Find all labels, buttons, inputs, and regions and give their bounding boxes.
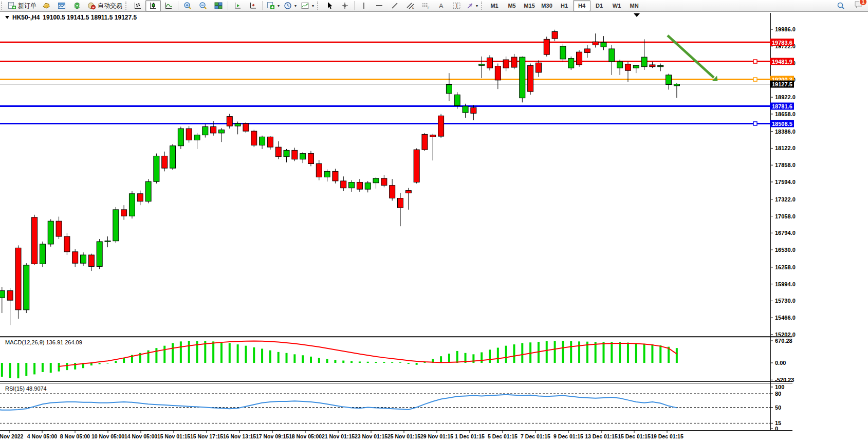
candle xyxy=(357,179,362,192)
tab-timeframe-d1[interactable]: D1 xyxy=(590,0,608,11)
candle xyxy=(178,126,183,149)
cursor-button[interactable] xyxy=(322,0,337,11)
toolbar-grip xyxy=(481,2,485,10)
time-axis-label: 19 Dec 01:15 xyxy=(651,433,684,439)
candle xyxy=(438,114,444,138)
candle xyxy=(650,62,655,68)
svg-text:19783.6: 19783.6 xyxy=(772,40,792,46)
rsi-scale-label: 80 xyxy=(775,391,781,397)
equidistant-channel-icon: E xyxy=(406,2,415,10)
tile-windows-button[interactable] xyxy=(211,0,226,11)
line-selection-handle[interactable] xyxy=(753,122,757,125)
notification-badge[interactable]: 1 xyxy=(859,0,867,6)
candle xyxy=(479,57,485,78)
candle xyxy=(32,215,38,265)
zoom-in-button[interactable] xyxy=(180,0,195,11)
styles-button[interactable] xyxy=(39,0,54,11)
candle xyxy=(72,249,78,267)
chart-shift-marker[interactable] xyxy=(634,13,640,17)
candle xyxy=(121,205,127,220)
zoom-out-button[interactable] xyxy=(195,0,211,11)
crosshair-button[interactable] xyxy=(337,0,353,11)
trendline-icon xyxy=(391,2,399,10)
trendline-button[interactable] xyxy=(387,0,402,11)
price-tick-label: 18386.0 xyxy=(775,128,796,135)
price-label-box: 19783.6 xyxy=(770,39,794,46)
time-axis-label: 23 Nov 01:15 xyxy=(355,433,387,439)
chart-canvas[interactable]: 19986.019722.019458.019194.018922.018658… xyxy=(0,12,868,442)
autotrading-label: 自动交易 xyxy=(98,2,122,10)
chat-button[interactable]: 1 xyxy=(854,0,864,11)
candle xyxy=(503,57,509,71)
candle xyxy=(390,179,395,200)
new-order-button[interactable]: 新订单 xyxy=(6,0,39,11)
candle xyxy=(487,55,493,70)
rsi-scale-label: 100 xyxy=(775,384,784,390)
candle xyxy=(584,45,590,58)
svg-text:18508.5: 18508.5 xyxy=(772,121,792,127)
auto-scroll-button[interactable] xyxy=(230,0,245,11)
svg-text:E: E xyxy=(412,6,414,9)
signal-icon xyxy=(72,2,82,10)
autotrading-button[interactable]: 自动交易 xyxy=(85,0,124,11)
price-tick-label: 17594.0 xyxy=(775,179,796,185)
arrows-button[interactable]: ▾ xyxy=(464,0,480,11)
tab-timeframe-h4[interactable]: H4 xyxy=(573,0,590,11)
market-watch-button[interactable] xyxy=(69,0,85,11)
horizontal-line-button[interactable] xyxy=(372,0,387,11)
candlestick-chart-button[interactable] xyxy=(145,0,161,11)
line-chart-button[interactable] xyxy=(161,0,176,11)
candle xyxy=(316,160,322,180)
price-tick-label: 15730.0 xyxy=(775,298,796,304)
chart-shift-button[interactable] xyxy=(245,0,261,11)
search-button[interactable] xyxy=(833,0,848,11)
autotrading-icon xyxy=(87,2,96,10)
text-label-button[interactable]: T xyxy=(449,0,464,11)
tab-timeframe-m30[interactable]: M30 xyxy=(538,0,556,11)
candle xyxy=(227,114,232,129)
time-axis-label: 5 Dec 01:15 xyxy=(488,433,518,439)
price-label-box: 19481.9 xyxy=(770,58,794,65)
tab-timeframe-m15[interactable]: M15 xyxy=(521,0,538,11)
period-button[interactable]: ▾ xyxy=(282,0,299,11)
tab-timeframe-mn[interactable]: MN xyxy=(625,0,643,11)
line-selection-handle[interactable] xyxy=(753,78,757,81)
fibonacci-button[interactable]: F xyxy=(418,0,433,11)
price-label-box: 18508.5 xyxy=(770,120,794,127)
candle xyxy=(218,128,224,142)
macd-scale-label: 0.00 xyxy=(775,360,786,366)
tab-timeframe-m1[interactable]: M1 xyxy=(486,0,503,11)
bar-chart-button[interactable] xyxy=(130,0,145,11)
new-chart-button[interactable]: ▾ xyxy=(264,0,282,11)
time-axis-label: 9 Dec 01:15 xyxy=(553,433,583,439)
channel-button[interactable]: E xyxy=(402,0,418,11)
tab-timeframe-h1[interactable]: H1 xyxy=(556,0,573,11)
candle xyxy=(381,175,387,188)
main-toolbar: 新订单 自动交易 ▾ ▾ xyxy=(0,0,868,12)
new-order-label: 新订单 xyxy=(18,2,36,10)
candle xyxy=(609,45,615,75)
candle xyxy=(528,64,533,95)
price-label-box: 18781.6 xyxy=(770,103,794,110)
rsi-line xyxy=(0,395,677,410)
candle xyxy=(162,152,168,171)
vertical-line-button[interactable] xyxy=(356,0,372,11)
auto-scroll-icon xyxy=(233,2,242,10)
price-label-box: 19127.5 xyxy=(770,81,794,88)
new-order-icon xyxy=(8,2,16,10)
tab-timeframe-m5[interactable]: M5 xyxy=(503,0,521,11)
text-button[interactable]: A xyxy=(433,0,449,11)
fibonacci-icon: F xyxy=(421,2,430,10)
candle xyxy=(40,242,45,267)
line-selection-handle[interactable] xyxy=(753,60,757,63)
charts-window-button[interactable] xyxy=(54,0,69,11)
indicators-button[interactable]: ▾ xyxy=(299,0,316,11)
candle xyxy=(300,152,306,163)
candle xyxy=(593,33,598,47)
candle xyxy=(324,170,330,182)
tab-timeframe-w1[interactable]: W1 xyxy=(608,0,625,11)
price-tick-label: 18922.0 xyxy=(775,94,796,100)
candle xyxy=(186,126,192,142)
gold-brush-icon xyxy=(42,2,51,10)
candle xyxy=(97,239,102,269)
